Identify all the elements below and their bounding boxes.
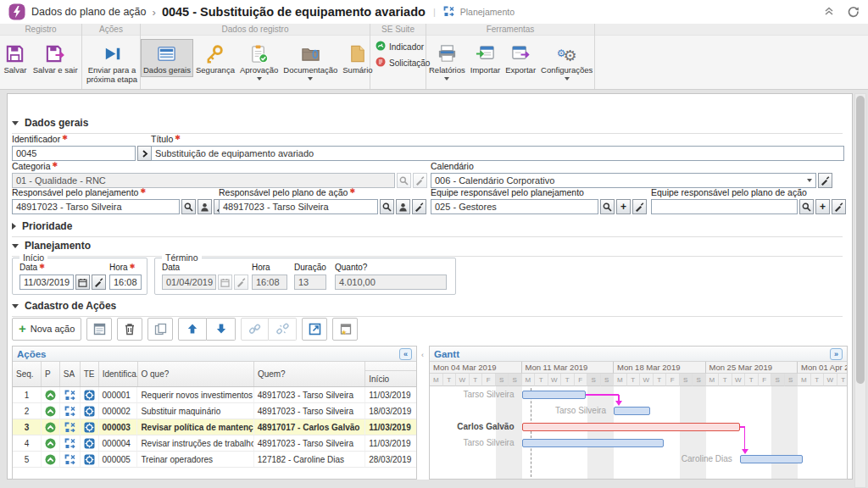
timesheet-icon[interactable]	[81, 403, 99, 419]
search-icon[interactable]	[181, 199, 196, 214]
user-icon[interactable]	[396, 199, 410, 214]
section-cadastro-acoes[interactable]: Cadastro de Ações	[12, 300, 843, 317]
gantt-bar[interactable]	[740, 455, 803, 463]
timesheet-icon[interactable]	[81, 435, 99, 451]
clean-icon[interactable]	[818, 173, 832, 188]
save-button[interactable]: Salvar	[1, 39, 29, 77]
collapse-ribbon-icon[interactable]	[823, 5, 835, 19]
action-status-icon[interactable]	[60, 387, 81, 402]
search-icon[interactable]	[600, 199, 615, 214]
indicator-button[interactable]: Indicador	[376, 41, 424, 53]
calendario-select[interactable]: 006 - Calendário Corporativo	[431, 173, 816, 188]
priority-up-icon[interactable]	[42, 419, 60, 435]
timesheet-icon[interactable]	[81, 419, 99, 435]
action-table-row[interactable]: 5000005Treinar operadores127182 - Caroli…	[13, 452, 416, 468]
new-action-button[interactable]: + Nova ação	[12, 318, 81, 341]
resp-planejamento-input[interactable]: 48917023 - Tarso Silveira	[12, 199, 180, 214]
priority-up-icon[interactable]	[42, 435, 60, 451]
clean-icon[interactable]	[92, 274, 106, 290]
security-button[interactable]: Segurança	[193, 39, 237, 77]
documentation-button[interactable]: Documentação	[281, 39, 340, 83]
general-data-button[interactable]: Dados gerais	[141, 39, 193, 77]
calendar-icon[interactable]	[75, 274, 90, 290]
breadcrumb[interactable]: Dados do plano de ação	[31, 6, 147, 18]
column-header-te[interactable]: TE	[81, 362, 99, 386]
termino-fieldset: Término Data 01/04/2019 Hora 16:08 Duraç…	[154, 258, 456, 295]
section-dados-gerais[interactable]: Dados gerais	[12, 117, 843, 134]
export-button[interactable]: Exportar	[503, 39, 538, 77]
refresh-icon[interactable]	[847, 5, 860, 19]
inicio-hora-input[interactable]: 16:08	[109, 274, 142, 290]
priority-up-icon[interactable]	[42, 403, 60, 419]
plus-icon: +	[19, 324, 26, 333]
inicio-data-input[interactable]: 11/03/2019	[19, 274, 74, 290]
copy-icon[interactable]	[147, 318, 173, 341]
collapse-panel-button[interactable]: «	[399, 348, 412, 360]
send-next-step-button[interactable]: Enviar para a próxima etapa	[82, 39, 142, 86]
delete-icon[interactable]	[117, 318, 142, 341]
move-up-icon[interactable]	[178, 318, 207, 341]
add-icon[interactable]: +	[815, 199, 830, 214]
action-status-icon[interactable]	[60, 419, 81, 435]
app-logo-icon	[8, 3, 25, 20]
identificador-input[interactable]: 0045	[12, 146, 136, 161]
column-header-p[interactable]: P	[42, 362, 60, 386]
move-down-icon[interactable]	[207, 318, 236, 341]
gantt-day-label: S	[680, 374, 693, 386]
reports-button[interactable]: Relatórios	[426, 39, 468, 83]
action-table-row[interactable]: 1000001Requerir novos investimentos48917…	[13, 387, 416, 403]
action-table-row[interactable]: 4000004Revisar instruções de trabalho489…	[13, 435, 416, 452]
gantt-bar[interactable]	[522, 439, 664, 447]
clean-icon[interactable]	[632, 199, 647, 214]
breadcrumb-separator: ›	[153, 6, 156, 19]
resp-planejamento-field: Responsável pelo planejamento✱ 48917023 …	[12, 187, 228, 214]
search-icon[interactable]	[380, 199, 394, 214]
action-table-row[interactable]: 3000003Revisar política de mantenção4891…	[13, 419, 416, 435]
timesheet-icon[interactable]	[81, 387, 99, 402]
import-button[interactable]: Importar	[468, 39, 503, 77]
action-status-icon[interactable]	[60, 403, 81, 419]
required-marker: ✱	[53, 161, 58, 169]
gantt-day-label: M	[706, 374, 720, 386]
add-icon[interactable]: +	[616, 199, 631, 214]
edit-icon[interactable]	[302, 318, 327, 341]
action-table-row[interactable]: 2000002Substituir maquinário48917023 - T…	[13, 403, 416, 419]
section-prioridade[interactable]: Prioridade	[12, 220, 843, 237]
gantt-bar[interactable]	[522, 391, 587, 399]
column-header-inicio[interactable]: Início	[365, 362, 416, 386]
vertical-scrollbar[interactable]	[854, 93, 866, 488]
search-icon[interactable]	[799, 199, 814, 214]
field-label: Responsável pelo planejamento	[12, 187, 138, 197]
splitter-handle-icon[interactable]: ‹	[421, 351, 424, 359]
scrollbar-thumb[interactable]	[856, 96, 865, 384]
column-header-sa[interactable]: SA	[60, 362, 81, 386]
gantt-bar[interactable]	[614, 407, 650, 415]
timesheet-icon[interactable]	[81, 452, 99, 467]
next-icon[interactable]	[137, 146, 152, 161]
save-exit-button[interactable]: Salvar e sair	[31, 39, 81, 77]
priority-up-icon[interactable]	[42, 452, 60, 467]
list-view-icon[interactable]	[86, 318, 112, 341]
resp-plano-input[interactable]: 48917023 - Tarso Silveira	[219, 199, 378, 214]
action-status-icon[interactable]	[60, 452, 81, 467]
panel-splitter[interactable]	[417, 346, 429, 480]
approval-button[interactable]: Aprovação	[237, 39, 281, 83]
settings-button[interactable]: ⚙⚙ Configurações	[538, 39, 595, 83]
titulo-input[interactable]: Substituição de equipamento avariado	[151, 146, 844, 161]
gantt-bar[interactable]	[522, 423, 740, 431]
batch-add-icon[interactable]: ★	[332, 318, 358, 341]
clean-icon[interactable]	[412, 199, 426, 214]
expand-panel-button[interactable]: »	[830, 348, 843, 360]
clean-icon[interactable]	[832, 199, 846, 214]
column-header-quem[interactable]: Quem?	[254, 362, 365, 386]
column-header-identificador[interactable]: Identifica...	[99, 362, 138, 386]
action-status-icon[interactable]	[60, 435, 81, 451]
column-header-o-que[interactable]: O que?	[138, 362, 254, 386]
section-planejamento[interactable]: Planejamento	[12, 240, 843, 257]
equipe-plano-input[interactable]	[651, 199, 798, 214]
column-header-seq[interactable]: Seq.	[13, 362, 42, 386]
request-button[interactable]: Solicitação	[376, 57, 430, 69]
equipe-planejamento-input[interactable]: 025 - Gestores	[431, 199, 598, 214]
priority-up-icon[interactable]	[42, 387, 60, 402]
user-icon[interactable]	[198, 199, 212, 214]
